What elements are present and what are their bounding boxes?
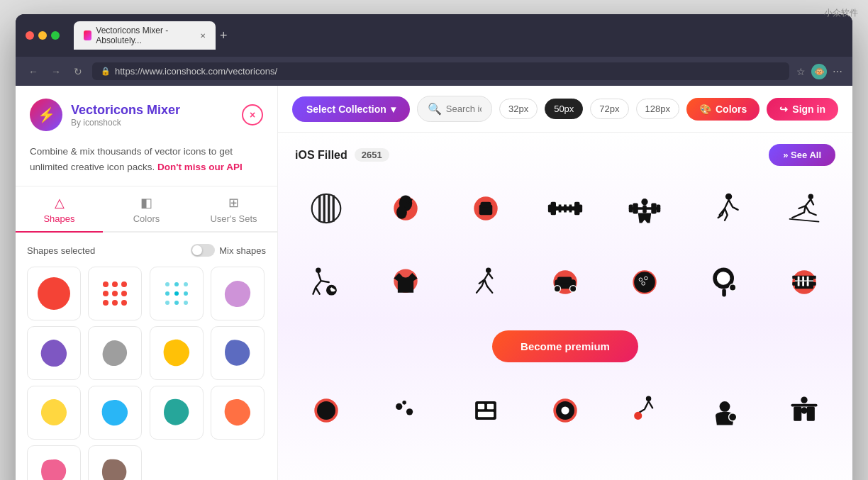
icon-cell-9[interactable] — [366, 252, 445, 312]
back-button[interactable]: ← — [26, 65, 41, 79]
icon-cell-5[interactable] — [605, 179, 684, 238]
shape-cell-blob-gold[interactable] — [27, 386, 81, 440]
svg-rect-81 — [798, 277, 800, 281]
browser-actions: ☆ 🐵 ⋯ — [796, 64, 842, 79]
section-header: iOS Filled 2651 » See All — [278, 133, 852, 172]
icon-cell-24[interactable] — [525, 381, 605, 440]
shape-cell-blob-violet[interactable] — [27, 326, 81, 380]
browser-tab[interactable]: Vectoricons Mixer - Absolutely... ✕ — [74, 21, 216, 50]
icon-cell-1[interactable] — [286, 179, 366, 238]
address-bar: ← → ↻ 🔒 https://www.iconshock.com/vector… — [16, 57, 852, 86]
minimize-traffic-light[interactable] — [38, 31, 47, 40]
watermark-label: 小众软件 — [824, 7, 858, 19]
select-collection-button[interactable]: Select Collection ▾ — [292, 96, 410, 122]
extension-icon[interactable]: 🐵 — [811, 64, 827, 79]
svg-point-10 — [165, 282, 169, 286]
shape-cell-blob-brown[interactable] — [88, 445, 142, 480]
tab-close-button[interactable]: ✕ — [200, 32, 206, 40]
size-128px-button[interactable]: 128px — [636, 99, 679, 119]
shape-cell-blob-blue[interactable] — [88, 386, 142, 440]
section-count: 2651 — [355, 148, 389, 162]
icon-cell-2[interactable] — [366, 179, 445, 238]
icon-cell-6[interactable] — [684, 179, 764, 238]
svg-point-4 — [112, 291, 118, 296]
icon-cell-11[interactable] — [525, 252, 605, 312]
new-tab-button[interactable]: + — [220, 28, 228, 43]
icon-cell-26[interactable] — [684, 381, 764, 440]
shape-cell-blob-orange[interactable] — [211, 386, 265, 440]
shape-cell-blob-gray[interactable] — [88, 326, 142, 380]
icon-cell-10[interactable] — [446, 252, 525, 312]
icon-cell-7[interactable] — [764, 179, 844, 238]
icon-cell-22[interactable] — [366, 381, 445, 440]
sidebar-close-button[interactable]: × — [242, 104, 263, 125]
colors-button[interactable]: 🎨 Colors — [686, 98, 760, 121]
reload-button[interactable]: ↻ — [71, 65, 85, 79]
icon-cell-4[interactable] — [525, 179, 605, 238]
svg-rect-76 — [792, 276, 796, 279]
svg-point-107 — [801, 407, 807, 413]
svg-point-13 — [165, 291, 169, 296]
shapes-section: Shapes selected Mix shapes — [16, 233, 277, 480]
svg-rect-104 — [791, 404, 817, 407]
search-input[interactable] — [446, 104, 482, 114]
mix-shapes-label: Mix shapes — [219, 245, 266, 256]
shape-cell-blob-indigo[interactable] — [211, 326, 265, 380]
icon-cell-21[interactable] — [286, 381, 366, 440]
icon-cell-27[interactable] — [764, 381, 844, 440]
icons-grid-row1 — [278, 172, 852, 245]
icon-cell-14[interactable] — [764, 252, 844, 312]
svg-point-52 — [642, 199, 648, 205]
shape-cell-blob-purple[interactable] — [211, 267, 265, 320]
see-all-button[interactable]: » See All — [769, 144, 835, 166]
svg-point-54 — [725, 194, 731, 200]
menu-icon[interactable]: ⋯ — [833, 66, 842, 77]
size-50px-button[interactable]: 50px — [545, 99, 583, 119]
svg-point-16 — [165, 301, 169, 305]
svg-point-73 — [729, 284, 735, 291]
svg-point-69 — [642, 282, 645, 286]
icon-cell-3[interactable] — [446, 179, 525, 238]
icon-cell-8[interactable] — [286, 252, 366, 312]
svg-point-71 — [716, 272, 730, 285]
shape-cell-dots-red[interactable] — [88, 267, 142, 320]
svg-rect-72 — [722, 289, 726, 296]
maximize-traffic-light[interactable] — [51, 31, 60, 40]
size-32px-button[interactable]: 32px — [499, 99, 538, 119]
svg-rect-85 — [802, 281, 804, 286]
shape-cell-blob-yellow[interactable] — [150, 326, 204, 380]
svg-point-64 — [569, 286, 576, 292]
url-input[interactable]: 🔒 https://www.iconshock.com/vectoricons/ — [92, 62, 789, 80]
sidebar-tab-shapes[interactable]: △ Shapes — [16, 186, 103, 231]
icon-cell-13[interactable] — [684, 252, 764, 312]
mix-shapes-toggle[interactable] — [191, 244, 215, 257]
premium-button[interactable]: Become premium — [492, 330, 638, 362]
size-72px-button[interactable]: 72px — [590, 99, 628, 119]
shape-cell-blob-teal[interactable] — [150, 386, 204, 440]
svg-rect-38 — [579, 204, 583, 212]
sidebar-tab-colors[interactable]: ◧ Colors — [103, 186, 190, 231]
signin-button[interactable]: ↪ Sign in — [767, 98, 838, 121]
shape-cell-dots-cyan[interactable] — [150, 267, 204, 320]
icon-cell-23[interactable] — [446, 381, 525, 440]
icon-cell-12[interactable] — [605, 252, 684, 312]
svg-point-88 — [317, 401, 335, 420]
svg-point-67 — [639, 278, 642, 281]
shape-cell-solid-red[interactable] — [27, 267, 81, 320]
svg-point-91 — [403, 401, 407, 405]
api-link[interactable]: Don't miss our API — [157, 162, 243, 172]
bookmark-icon[interactable]: ☆ — [796, 66, 806, 77]
search-icon: 🔍 — [428, 102, 442, 116]
close-traffic-light[interactable] — [26, 31, 34, 40]
icon-cell-25[interactable] — [605, 381, 684, 440]
shape-cell-blob-pink[interactable] — [27, 445, 81, 480]
usersets-tab-icon: ⊞ — [228, 195, 239, 211]
sidebar-header: ⚡ Vectoricons Mixer By iconshock × — [16, 86, 277, 144]
svg-rect-48 — [629, 204, 633, 212]
svg-point-18 — [184, 301, 188, 305]
search-bar[interactable]: 🔍 — [417, 96, 492, 122]
sidebar-tab-usersets[interactable]: ⊞ User's Sets — [190, 186, 277, 231]
shapes-header: Shapes selected Mix shapes — [27, 244, 266, 257]
svg-rect-39 — [556, 203, 559, 207]
forward-button[interactable]: → — [48, 65, 64, 79]
